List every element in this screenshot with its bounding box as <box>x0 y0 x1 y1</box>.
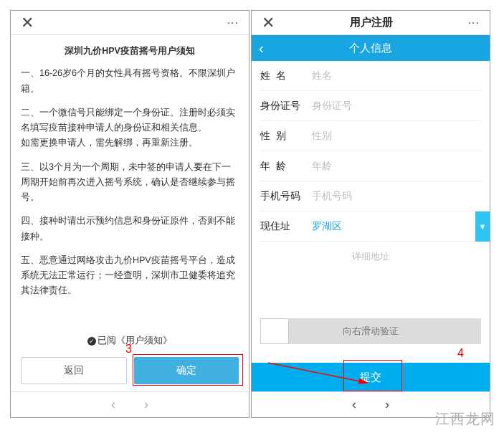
sub-header-title: 个人信息 <box>252 42 490 55</box>
row-id: 身份证号 身份证号 <box>260 91 481 121</box>
nav-back-icon[interactable]: ‹ <box>111 397 115 412</box>
input-age[interactable]: 年龄 <box>312 160 481 173</box>
close-icon[interactable]: ✕ <box>21 14 34 32</box>
phone-right: ✕ 用户注册 ··· ‹ 个人信息 姓 名 姓名 身份证号 身份证号 性 别 性… <box>251 10 490 418</box>
input-phone[interactable]: 手机号码 <box>312 190 481 203</box>
chevron-down-icon[interactable]: ▼ <box>475 211 490 242</box>
watermark: 江西龙网 <box>435 409 495 429</box>
row-address: 现住址 罗湖区 ▼ <box>260 211 481 242</box>
input-detail-address[interactable]: 详细地址 <box>260 242 481 272</box>
submit-button[interactable]: 提交 <box>252 363 490 391</box>
nav-strip: ‹ › <box>11 391 249 417</box>
row-phone: 手机号码 手机号码 <box>260 181 481 211</box>
input-id[interactable]: 身份证号 <box>312 100 481 113</box>
annotation-step-3: 3 <box>125 343 132 356</box>
annotation-step-4: 4 <box>457 347 464 360</box>
nav-forward-icon[interactable]: › <box>144 397 148 412</box>
row-sex: 性 别 性别 <box>260 121 481 151</box>
more-icon[interactable]: ··· <box>468 16 480 29</box>
row-name: 姓 名 姓名 <box>260 61 481 91</box>
back-icon[interactable]: ‹ <box>259 40 264 57</box>
notice-p4: 四、接种时请出示预约信息和身份证原件，否则不能接种。 <box>21 214 239 244</box>
row-age: 年 龄 年龄 <box>260 151 481 181</box>
check-icon: ✓ <box>87 337 96 346</box>
close-icon[interactable]: ✕ <box>262 14 275 32</box>
input-sex[interactable]: 性别 <box>312 130 481 143</box>
select-address[interactable]: 罗湖区 <box>312 220 481 233</box>
form: 姓 名 姓名 身份证号 身份证号 性 别 性别 年 龄 年龄 手机号码 手机号码… <box>252 61 490 272</box>
slider-label: 向右滑动验证 <box>343 325 399 338</box>
label-age: 年 龄 <box>260 160 312 173</box>
more-icon[interactable]: ··· <box>227 16 239 29</box>
label-sex: 性 别 <box>260 130 312 143</box>
notice-content: 深圳九价HPV疫苗摇号用户须知 一、16-26岁6个月的女性具有摇号资格。不限深… <box>11 35 249 335</box>
sub-header: ‹ 个人信息 <box>252 35 490 61</box>
notice-p1: 一、16-26岁6个月的女性具有摇号资格。不限深圳户籍。 <box>21 66 239 97</box>
back-button[interactable]: 返回 <box>21 357 127 384</box>
agree-label: 已阅《用户须知》 <box>98 336 172 346</box>
system-bar: ✕ 用户注册 ··· <box>252 11 490 35</box>
ok-button[interactable]: 确定 <box>134 357 239 384</box>
input-name[interactable]: 姓名 <box>312 70 481 82</box>
label-name: 姓 名 <box>260 70 312 82</box>
notice-p5: 五、恶意通过网络攻击九价HPV疫苗摇号平台，造成系统无法正常运行；一经查明，深圳… <box>21 253 239 299</box>
label-id: 身份证号 <box>260 100 312 113</box>
slider-handle[interactable] <box>260 318 289 344</box>
label-address: 现住址 <box>260 220 312 233</box>
header-title: 用户注册 <box>350 16 393 29</box>
label-phone: 手机号码 <box>260 190 312 203</box>
nav-forward-icon[interactable]: › <box>385 397 389 412</box>
notice-title: 深圳九价HPV疫苗摇号用户须知 <box>21 44 239 59</box>
slide-captcha[interactable]: 向右滑动验证 <box>260 318 481 344</box>
notice-p2: 二、一个微信号只能绑定一个身份证。注册时必须实名填写疫苗接种申请人的身份证和相关… <box>21 105 239 151</box>
notice-p3: 三、以3个月为一个周期，未中签的申请人要在下一周期开始前再次进入摇号系统，确认是… <box>21 160 239 206</box>
nav-back-icon[interactable]: ‹ <box>352 397 356 412</box>
phone-left: ✕ ··· 深圳九价HPV疫苗摇号用户须知 一、16-26岁6个月的女性具有摇号… <box>10 10 249 418</box>
button-row: 返回 确定 3 <box>11 353 249 391</box>
system-bar: ✕ ··· <box>11 11 249 35</box>
